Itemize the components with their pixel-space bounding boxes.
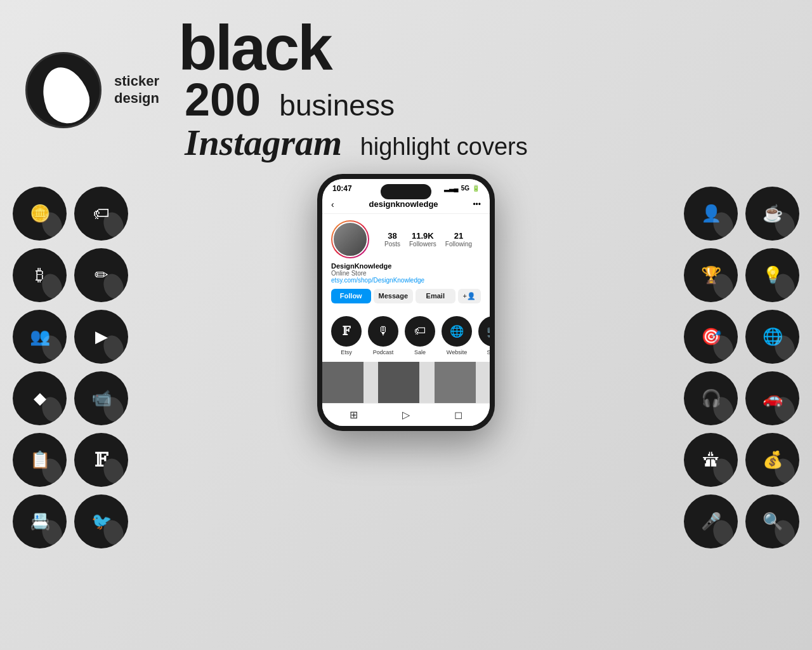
left-icon-bitcoin: ₿ [13, 248, 67, 302]
sticker-line2: design [114, 90, 159, 107]
left-icon-list: 📋 [13, 433, 67, 487]
instagram-label: Instagram [185, 122, 342, 163]
reels-nav-icon[interactable]: ▷ [402, 409, 410, 421]
left-icon-app: ✏ [74, 248, 128, 302]
back-arrow[interactable]: ‹ [331, 199, 334, 209]
right-icon-target: 🎯 [684, 310, 738, 364]
ig-stat-following: 21 Following [445, 231, 472, 248]
left-row-2: ₿ ✏ [13, 248, 128, 302]
right-row-1: 👤 ☕ [684, 187, 799, 241]
highlight-shop[interactable]: 🛒 Shop [478, 316, 490, 355]
ig-profile-top: 38 Posts 11.9K Followers 21 Following [331, 220, 481, 258]
main-title: black [178, 19, 787, 76]
left-icon-coins: 🪙 [13, 187, 67, 241]
left-row-1: 🪙 🏷 [13, 187, 128, 241]
logo-circle [25, 52, 102, 128]
phone-mockup: 10:47 ▂▃▄ 5G 🔋 ‹ designknowledge ••• [317, 174, 495, 431]
right-icon-road: 🛣 [684, 433, 738, 487]
profile-nav-icon[interactable]: ◻ [454, 409, 462, 421]
right-row-5: 🛣 💰 [684, 433, 799, 487]
ig-nav-bar: ⊞ ▷ ◻ [322, 403, 490, 426]
ig-avatar-inner [332, 222, 368, 257]
right-icon-globe: 🌐 [745, 310, 799, 364]
following-count: 21 [445, 231, 472, 241]
highlight-label-shop: Shop [487, 349, 490, 355]
sticker-line1: sticker [114, 73, 159, 90]
highlight-label-sale: Sale [414, 349, 426, 355]
network-type: 5G [461, 185, 469, 192]
more-options[interactable]: ••• [473, 200, 481, 209]
business-label: business [279, 89, 395, 122]
left-icon-eth: ◆ [13, 371, 67, 425]
left-row-3: 👥 ▶ [13, 310, 128, 364]
right-icon-finance: 💰 [745, 433, 799, 487]
right-row-2: 🏆 💡 [684, 248, 799, 302]
ig-avatar [331, 220, 369, 258]
grid-nav-icon[interactable]: ⊞ [350, 409, 358, 421]
right-icon-profile: 👤 [684, 187, 738, 241]
main-layout: 🪙 🏷 ₿ ✏ 👥 ▶ ◆ 📹 📋 𝔽 📇 🐦 [0, 174, 812, 548]
posts-label: Posts [384, 241, 400, 248]
right-icon-headphones: 🎧 [684, 371, 738, 425]
status-bar: 10:47 ▂▃▄ 5G 🔋 [322, 179, 490, 196]
highlight-label-podcast: Podcast [373, 349, 394, 355]
highlight-label-etsy: Etsy [341, 349, 352, 355]
highlight-circle-etsy: 𝔽 [331, 316, 362, 347]
signal-bars: ▂▃▄ [444, 185, 459, 192]
battery-icon: 🔋 [472, 185, 480, 192]
right-icon-car: 🚗 [745, 371, 799, 425]
highlight-circle-sale: 🏷 [405, 316, 435, 347]
ig-highlights: 𝔽 Etsy 🎙 Podcast 🏷 Sale 🌐 Website [322, 310, 490, 362]
right-row-4: 🎧 🚗 [684, 371, 799, 425]
grid-post-1[interactable] [322, 362, 363, 403]
email-button[interactable]: Email [416, 289, 455, 303]
highlight-etsy[interactable]: 𝔽 Etsy [331, 316, 362, 355]
right-icon-column: 👤 ☕ 🏆 💡 🎯 🌐 🎧 🚗 🛣 💰 🎤 🔍 [684, 174, 799, 548]
left-icon-play: ▶ [74, 310, 128, 364]
highlight-website[interactable]: 🌐 Website [442, 316, 472, 355]
left-row-4: ◆ 📹 [13, 371, 128, 425]
ig-stat-posts: 38 Posts [384, 231, 400, 248]
highlight-circle-shop: 🛒 [478, 316, 490, 347]
highlight-circle-podcast: 🎙 [368, 316, 398, 347]
followers-count: 11.9K [409, 231, 436, 241]
message-button[interactable]: Message [374, 289, 414, 303]
right-icon-lamp: 💡 [745, 248, 799, 302]
bio-link[interactable]: etsy.com/shop/DesignKnowledge [331, 277, 481, 284]
ig-post-grid [322, 362, 490, 403]
bio-name: DesignKnowledge [331, 262, 481, 270]
right-row-3: 🎯 🌐 [684, 310, 799, 364]
following-label: Following [445, 241, 472, 248]
phone-container: 10:47 ▂▃▄ 5G 🔋 ‹ designknowledge ••• [128, 174, 684, 431]
sticker-text: sticker design [114, 73, 159, 107]
ig-stats: 38 Posts 11.9K Followers 21 Following [376, 231, 481, 248]
ig-action-buttons: Follow Message Email +👤 [331, 289, 481, 303]
follow-button[interactable]: Follow [331, 289, 371, 303]
time-display: 10:47 [332, 184, 352, 193]
highlight-podcast[interactable]: 🎙 Podcast [368, 316, 398, 355]
right-icon-coffee: ☕ [745, 187, 799, 241]
left-icon-sale: 🏷 [74, 187, 128, 241]
ig-bio: DesignKnowledge Online Store etsy.com/sh… [331, 262, 481, 284]
add-button[interactable]: +👤 [458, 289, 481, 303]
ig-profile-section: 38 Posts 11.9K Followers 21 Following [322, 214, 490, 310]
left-icon-font: 𝔽 [74, 433, 128, 487]
phone-screen: 10:47 ▂▃▄ 5G 🔋 ‹ designknowledge ••• [322, 179, 490, 426]
bio-subtitle: Online Store [331, 270, 481, 277]
highlight-covers-label: highlight covers [360, 133, 528, 160]
right-icon-mic: 🎤 [684, 494, 738, 548]
left-row-6: 📇 🐦 [13, 494, 128, 548]
right-icon-award: 🏆 [684, 248, 738, 302]
left-icon-users: 👥 [13, 310, 67, 364]
left-row-5: 📋 𝔽 [13, 433, 128, 487]
right-icon-search: 🔍 [745, 494, 799, 548]
ig-username: designknowledge [369, 199, 438, 209]
grid-post-2[interactable] [378, 362, 419, 403]
grid-post-3[interactable] [435, 362, 476, 403]
highlight-sale[interactable]: 🏷 Sale [405, 316, 435, 355]
left-icon-card: 📇 [13, 494, 67, 548]
count-number: 200 [185, 74, 261, 125]
notch [381, 184, 431, 199]
left-icon-twitter: 🐦 [74, 494, 128, 548]
highlight-circle-website: 🌐 [442, 316, 472, 347]
